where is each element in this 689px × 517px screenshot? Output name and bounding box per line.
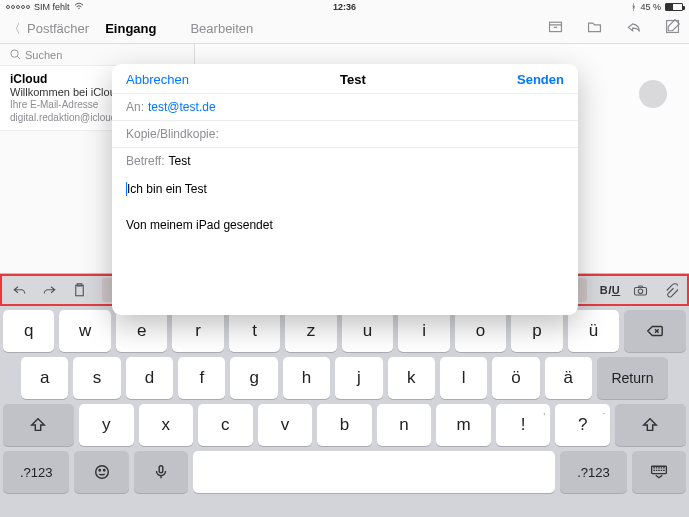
key-g[interactable]: g [230,357,277,399]
cancel-button[interactable]: Abbrechen [126,72,189,87]
battery-percent: 45 % [640,2,661,12]
back-chevron-icon[interactable]: 〈 [8,20,21,38]
to-row[interactable]: An: test@test.de [112,93,578,120]
key-v[interactable]: v [258,404,313,446]
body-line-1: Ich bin ein Test [127,182,207,196]
key-x[interactable]: x [139,404,194,446]
key-ü[interactable]: ü [568,310,619,352]
space-key[interactable] [193,451,555,493]
key-ä[interactable]: ä [545,357,592,399]
compose-icon[interactable] [664,18,681,39]
key-z[interactable]: z [285,310,336,352]
key-d[interactable]: d [126,357,173,399]
sim-status: SIM fehlt [34,2,70,12]
svg-point-9 [99,469,100,470]
battery-icon [665,3,683,11]
send-button[interactable]: Senden [517,72,564,87]
to-label: An: [126,100,144,114]
avatar [639,80,667,108]
key-s[interactable]: s [73,357,120,399]
wifi-icon [74,2,84,12]
key-k[interactable]: k [388,357,435,399]
svg-point-10 [103,469,104,470]
mail-body: Suchen iCloud Willkommen bei iCloud Ihre… [0,44,689,273]
svg-point-8 [95,466,108,479]
svg-point-2 [11,50,18,57]
redo-icon[interactable] [36,277,62,303]
key-e[interactable]: e [116,310,167,352]
hide-keyboard-key[interactable] [632,451,686,493]
subject-value: Test [168,154,190,168]
key-m[interactable]: m [436,404,491,446]
key-punct-![interactable]: !, [496,404,551,446]
keyboard: qwertzuiopü asdfghjklöäReturn yxcvbnm!,?… [0,306,689,517]
return-key[interactable]: Return [597,357,668,399]
signature: Von meinem iPad gesendet [126,218,564,232]
cc-row[interactable]: Kopie/Blindkopie: [112,120,578,147]
back-label[interactable]: Postfächer [27,21,89,36]
attachment-icon[interactable] [657,277,683,303]
svg-point-7 [638,289,643,294]
search-field[interactable]: Suchen [0,44,194,66]
key-n[interactable]: n [377,404,432,446]
key-q[interactable]: q [3,310,54,352]
mail-toolbar: 〈 Postfächer Eingang Bearbeiten [0,14,689,44]
key-y[interactable]: y [79,404,134,446]
key-i[interactable]: i [398,310,449,352]
subject-label: Betreff: [126,154,164,168]
signal-dots [6,5,30,9]
backspace-key[interactable] [624,310,686,352]
to-value[interactable]: test@test.de [148,100,216,114]
key-punct-?[interactable]: ?. [555,404,610,446]
key-r[interactable]: r [172,310,223,352]
format-biu-button[interactable]: BIU [597,277,623,303]
clock: 12:36 [333,2,356,12]
svg-rect-11 [159,466,163,473]
key-j[interactable]: j [335,357,382,399]
key-t[interactable]: t [229,310,280,352]
compose-body[interactable]: Ich bin ein Test Von meinem iPad gesende… [112,174,578,315]
key-a[interactable]: a [21,357,68,399]
key-o[interactable]: o [455,310,506,352]
status-bar: SIM fehlt 12:36 ᚼ 45 % [0,0,689,14]
symbols-key-left[interactable]: .?123 [3,451,69,493]
key-f[interactable]: f [178,357,225,399]
search-placeholder: Suchen [25,49,62,61]
subject-row[interactable]: Betreff: Test [112,147,578,174]
bluetooth-icon: ᚼ [631,2,636,12]
key-h[interactable]: h [283,357,330,399]
key-ö[interactable]: ö [492,357,539,399]
shift-key-left[interactable] [3,404,74,446]
svg-line-3 [17,56,20,59]
move-icon[interactable] [586,18,603,39]
key-p[interactable]: p [511,310,562,352]
cc-label: Kopie/Blindkopie: [126,127,219,141]
edit-button[interactable]: Bearbeiten [190,21,253,36]
compose-sheet: Abbrechen Test Senden An: test@test.de K… [112,64,578,315]
camera-icon[interactable] [627,277,653,303]
key-l[interactable]: l [440,357,487,399]
shift-key-right[interactable] [615,404,686,446]
svg-rect-4 [75,285,83,296]
key-b[interactable]: b [317,404,372,446]
dictation-key[interactable] [134,451,188,493]
key-w[interactable]: w [59,310,110,352]
key-u[interactable]: u [342,310,393,352]
inbox-title: Eingang [105,21,156,36]
paste-icon[interactable] [66,277,92,303]
key-c[interactable]: c [198,404,253,446]
undo-icon[interactable] [6,277,32,303]
reply-icon[interactable] [625,18,642,39]
emoji-key[interactable] [74,451,128,493]
symbols-key-right[interactable]: .?123 [560,451,626,493]
archive-icon[interactable] [547,18,564,39]
compose-title: Test [340,72,366,87]
